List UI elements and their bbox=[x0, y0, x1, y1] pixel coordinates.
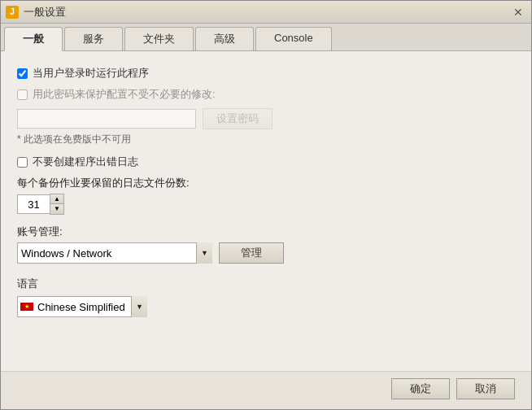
tab-folder[interactable]: 文件夹 bbox=[124, 27, 194, 50]
password-section: 用此密码来保护配置不受不必要的修改: 设置密码 bbox=[17, 87, 515, 129]
account-select[interactable]: Windows / Network bbox=[17, 242, 212, 264]
window-title: 一般设置 bbox=[24, 5, 510, 20]
password-input-row: 设置密码 bbox=[17, 108, 515, 129]
footer: 确定 取消 bbox=[1, 371, 531, 409]
startup-label: 当用户登录时运行此程序 bbox=[33, 66, 149, 81]
password-checkbox bbox=[17, 89, 28, 100]
password-label: 用此密码来保护配置不受不必要的修改: bbox=[33, 87, 216, 102]
spinbox-down-button[interactable]: ▼ bbox=[50, 204, 63, 214]
password-input bbox=[17, 109, 196, 129]
spinbox-up-button[interactable]: ▲ bbox=[50, 194, 63, 204]
tab-general[interactable]: 一般 bbox=[4, 27, 63, 51]
startup-row: 当用户登录时运行此程序 bbox=[17, 66, 515, 81]
tab-console[interactable]: Console bbox=[255, 27, 332, 50]
log-checkbox-row: 不要创建程序出错日志 bbox=[17, 155, 515, 169]
tab-service[interactable]: 服务 bbox=[64, 27, 123, 50]
log-count-input[interactable] bbox=[17, 194, 50, 214]
title-bar: J 一般设置 ✕ bbox=[1, 1, 531, 24]
cancel-button[interactable]: 取消 bbox=[456, 378, 515, 399]
language-label: 语言 bbox=[17, 277, 515, 291]
manage-button[interactable]: 管理 bbox=[219, 242, 284, 264]
ok-button[interactable]: 确定 bbox=[391, 378, 450, 399]
tab-advanced[interactable]: 高级 bbox=[195, 27, 254, 50]
password-checkbox-row: 用此密码来保护配置不受不必要的修改: bbox=[17, 87, 515, 102]
language-select-wrapper: Chinese Simplified ▼ bbox=[17, 296, 147, 317]
account-select-wrapper: Windows / Network ▼ bbox=[17, 242, 212, 264]
close-button[interactable]: ✕ bbox=[510, 4, 526, 20]
log-label: 不要创建程序出错日志 bbox=[33, 155, 138, 169]
app-icon: J bbox=[6, 6, 19, 19]
content-area: 当用户登录时运行此程序 用此密码来保护配置不受不必要的修改: 设置密码 * 此选… bbox=[1, 51, 531, 371]
log-count-label: 每个备份作业要保留的日志文件份数: bbox=[17, 176, 515, 190]
log-checkbox[interactable] bbox=[17, 157, 28, 168]
spinbox-buttons: ▲ ▼ bbox=[50, 194, 64, 215]
main-window: J 一般设置 ✕ 一般 服务 文件夹 高级 Console 当用户登录时运行此程… bbox=[0, 0, 532, 410]
set-password-button: 设置密码 bbox=[203, 108, 273, 129]
language-section: 语言 Chinese Simplified ▼ bbox=[17, 277, 515, 317]
startup-checkbox[interactable] bbox=[17, 68, 28, 79]
free-version-note: * 此选项在免费版中不可用 bbox=[17, 133, 515, 146]
log-count-row: ▲ ▼ bbox=[17, 194, 515, 215]
account-label: 账号管理: bbox=[17, 225, 515, 239]
account-row: Windows / Network ▼ 管理 bbox=[17, 242, 515, 264]
tab-bar: 一般 服务 文件夹 高级 Console bbox=[1, 24, 531, 51]
language-select[interactable]: Chinese Simplified bbox=[17, 296, 147, 317]
